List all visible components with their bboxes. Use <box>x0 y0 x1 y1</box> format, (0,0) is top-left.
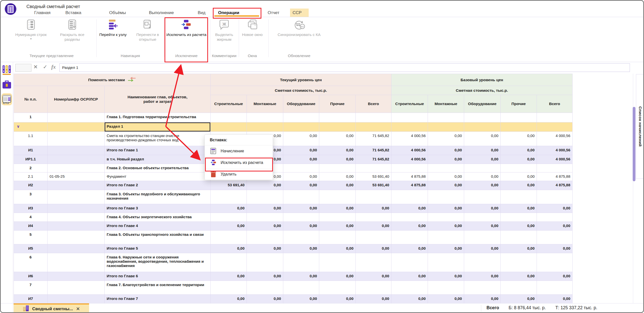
cell-value[interactable] <box>501 164 537 172</box>
cell-value[interactable] <box>211 113 247 122</box>
cell-value[interactable] <box>356 281 391 295</box>
cell-value[interactable]: 0,00 <box>501 222 537 231</box>
cell-value[interactable] <box>247 190 283 204</box>
cell-value[interactable] <box>211 231 247 244</box>
cell-value[interactable] <box>428 281 464 295</box>
cell-value[interactable]: 0,00 <box>247 181 283 190</box>
cell-name[interactable]: в т.ч. Новый раздел <box>105 155 211 164</box>
cell-value[interactable] <box>501 231 537 244</box>
close-icon[interactable]: ✕ <box>76 306 80 312</box>
cell-value[interactable] <box>356 231 391 244</box>
cell-code[interactable] <box>48 164 105 172</box>
cell-code[interactable] <box>48 281 105 295</box>
cell-value[interactable] <box>391 281 428 295</box>
cell-value[interactable]: 0,00 <box>501 172 537 181</box>
cell-value[interactable]: 0,00 <box>537 222 573 231</box>
cell-value[interactable]: 4 000,56 <box>391 155 428 164</box>
cell-value[interactable] <box>428 164 464 172</box>
cell-num[interactable]: 6 <box>14 253 48 272</box>
document-tab[interactable]: Сводный сметны... ✕ <box>14 303 89 313</box>
cell-num[interactable]: 2.1 <box>14 172 48 181</box>
cell-num[interactable]: И1 <box>14 146 48 155</box>
cell-value[interactable] <box>391 253 428 272</box>
cell-value[interactable]: 0,00 <box>428 146 464 155</box>
cell-value[interactable] <box>391 113 428 122</box>
cell-value[interactable]: 53 691,40 <box>356 181 391 190</box>
cell-value[interactable]: 53 691,40 <box>211 181 247 190</box>
cell-value[interactable] <box>464 253 501 272</box>
cell-name[interactable]: Глава 3. Объекты подсобного и обслуживаю… <box>105 190 211 204</box>
cell-value[interactable]: 0,00 <box>391 222 428 231</box>
cell-value[interactable]: 0,00 <box>537 204 573 213</box>
cell-value[interactable] <box>211 253 247 272</box>
cell-value[interactable] <box>391 164 428 172</box>
cell-value[interactable] <box>319 213 356 222</box>
cell-value[interactable]: 0,00 <box>428 222 464 231</box>
cell-value[interactable]: 0,00 <box>501 132 537 146</box>
cell-value[interactable]: 0,00 <box>283 295 319 303</box>
cell-value[interactable] <box>537 113 573 122</box>
cell-value[interactable] <box>464 281 501 295</box>
tab-insert[interactable]: Вставка <box>65 10 81 15</box>
sheet-icon[interactable] <box>2 93 12 105</box>
cell-value[interactable] <box>247 213 283 222</box>
cell-value[interactable] <box>211 190 247 204</box>
cell-code[interactable] <box>48 222 105 231</box>
cell-value[interactable]: 0,00 <box>319 204 356 213</box>
cell-value[interactable]: 0,00 <box>428 204 464 213</box>
cancel-entry-icon[interactable]: ✕ <box>33 64 38 70</box>
cell-value[interactable] <box>501 113 537 122</box>
cell-value[interactable] <box>428 253 464 272</box>
cell-value[interactable] <box>319 253 356 272</box>
cell-value[interactable]: 0,00 <box>464 181 501 190</box>
cell-value[interactable] <box>283 281 319 295</box>
cell-value[interactable] <box>283 231 319 244</box>
cell-value[interactable] <box>356 190 391 204</box>
cell-value[interactable] <box>247 281 283 295</box>
cell-value[interactable] <box>319 281 356 295</box>
expand-chevron-icon[interactable]: ∨ <box>17 124 20 129</box>
cell-value[interactable] <box>501 253 537 272</box>
cell-value[interactable]: 0,00 <box>211 204 247 213</box>
menu-item-accrual[interactable]: Начисление <box>205 145 273 157</box>
cell-value[interactable]: 53 691,40 <box>356 172 391 181</box>
cell-value[interactable] <box>319 113 356 122</box>
cell-value[interactable]: 0,00 <box>319 146 356 155</box>
cell-name[interactable]: Глава 5. Объекты транспортного хозяйства… <box>105 231 211 244</box>
cell-num[interactable]: 5 <box>14 231 48 244</box>
cell-value[interactable]: 0,00 <box>247 272 283 281</box>
cell-name[interactable]: Итого по Главе 4 <box>105 222 211 231</box>
cell-value[interactable]: 0,00 <box>319 295 356 303</box>
cell-name[interactable]: Глава 7. Благоустройство и озеленение те… <box>105 281 211 295</box>
cell-value[interactable]: 0,00 <box>464 132 501 146</box>
cell-num[interactable]: И4 <box>14 222 48 231</box>
cell-num[interactable]: И5 <box>14 244 48 253</box>
cell-value[interactable] <box>391 213 428 222</box>
cell-value[interactable] <box>356 164 391 172</box>
cell-name[interactable]: Итого по Главе 2 <box>105 181 211 190</box>
cell-value[interactable] <box>356 122 391 132</box>
cell-value[interactable]: 0,00 <box>464 172 501 181</box>
cell-value[interactable]: 4 000,56 <box>537 155 573 164</box>
cell-value[interactable]: 71 645,82 <box>356 146 391 155</box>
cell-value[interactable] <box>537 281 573 295</box>
cell-value[interactable]: 0,00 <box>537 244 573 253</box>
cell-value[interactable]: 0,00 <box>319 155 356 164</box>
tab-operations[interactable]: Операции <box>218 10 239 15</box>
cell-code[interactable] <box>48 146 105 155</box>
cell-value[interactable]: 0,00 <box>428 181 464 190</box>
swap-header[interactable]: Поменять местами <box>14 74 211 86</box>
cell-value[interactable]: 0,00 <box>464 146 501 155</box>
cell-num[interactable]: 1 <box>14 113 48 122</box>
cell-value[interactable]: 0,00 <box>356 295 391 303</box>
cell-value[interactable] <box>537 213 573 222</box>
cell-value[interactable]: 0,00 <box>501 146 537 155</box>
cell-value[interactable] <box>464 190 501 204</box>
cell-value[interactable] <box>501 281 537 295</box>
cell-code[interactable] <box>48 122 105 132</box>
cell-value[interactable]: 0,00 <box>464 222 501 231</box>
cell-value[interactable] <box>247 253 283 272</box>
cell-value[interactable]: 0,00 <box>283 244 319 253</box>
cell-value[interactable]: 0,00 <box>283 172 319 181</box>
cell-value[interactable] <box>283 253 319 272</box>
